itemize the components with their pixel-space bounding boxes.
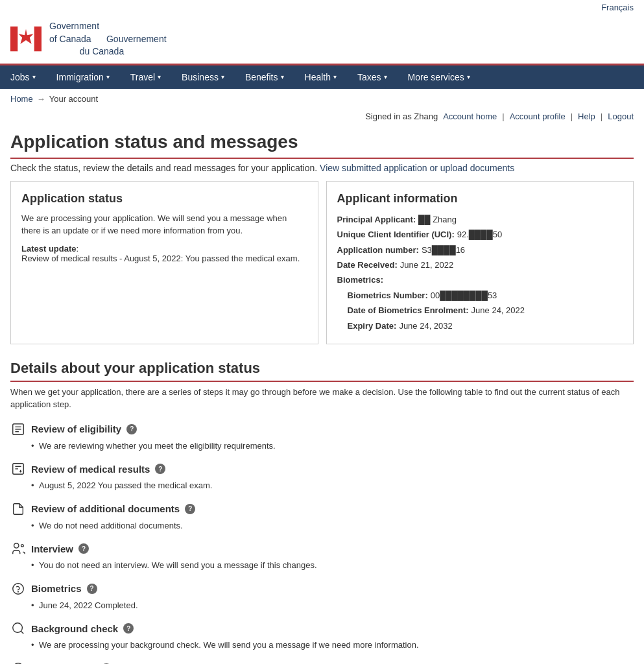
- step-documents-header: Review of additional documents ?: [10, 501, 634, 517]
- bio-expiry-value: June 24, 2032: [399, 318, 452, 333]
- step-interview-label: Interview: [31, 543, 73, 554]
- step-final: Final decision ? Your application was ap…: [10, 661, 634, 664]
- nav-benefits[interactable]: Benefits ▾: [235, 65, 294, 89]
- step-background-header: Background check ?: [10, 621, 634, 636]
- bio-number-label: Biometrics Number:: [348, 288, 428, 303]
- details-section-desc: When we get your application, there are …: [10, 386, 634, 411]
- biometrics-section-header: Biometrics:: [337, 272, 623, 287]
- nav-taxes[interactable]: Taxes ▾: [347, 65, 398, 89]
- breadcrumb: Home → Your account: [0, 89, 644, 109]
- svg-point-11: [14, 543, 19, 548]
- step-documents: Review of additional documents ? We do n…: [10, 501, 634, 532]
- nav-jobs[interactable]: Jobs ▾: [0, 65, 46, 89]
- applicant-info-fields: Principal Applicant: ██ Zhang Unique Cli…: [337, 212, 623, 333]
- bio-enrolment-value: June 24, 2022: [471, 303, 525, 318]
- step-medical-bullet: August 5, 2022 You passed the medical ex…: [31, 479, 634, 492]
- biometrics-step-icon: [10, 581, 26, 597]
- final-icon: [10, 661, 26, 664]
- biometrics-details: Biometrics Number: 00████████53 Date of …: [348, 288, 623, 333]
- biometrics-label: Biometrics:: [337, 272, 384, 287]
- app-status-title: Application status: [21, 192, 307, 206]
- interview-icon: [10, 541, 26, 556]
- step-biometrics-header: Biometrics ?: [10, 581, 634, 597]
- step-eligibility: Review of eligibility ? We are reviewing…: [10, 421, 634, 453]
- signed-in-text: Signed in as Zhang: [365, 112, 438, 121]
- top-bar: Français: [0, 0, 644, 15]
- logout-link[interactable]: Logout: [608, 112, 634, 121]
- documents-icon: [10, 501, 26, 517]
- step-background-bullets: We are processing your background check.…: [31, 639, 634, 652]
- background-icon: [10, 621, 26, 636]
- medical-icon: [10, 461, 26, 477]
- bio-expiry-label: Expiry Date:: [348, 318, 397, 333]
- page-title: Application status and messages: [10, 132, 634, 159]
- latest-update: Latest update: Review of medical results…: [21, 244, 307, 263]
- site-header: Government of Canada Gouvernement du Can…: [0, 15, 644, 65]
- step-interview-bullets: You do not need an interview. We will se…: [31, 559, 634, 572]
- svg-line-16: [21, 632, 23, 634]
- account-bar: Signed in as Zhang Account home | Accoun…: [0, 109, 644, 126]
- svg-point-12: [21, 545, 24, 547]
- step-eligibility-bullets: We are reviewing whether you meet the el…: [31, 440, 634, 453]
- date-received-field: Date Received: June 21, 2022: [337, 257, 623, 272]
- lang-toggle[interactable]: Français: [601, 3, 634, 12]
- step-documents-bullets: We do not need additional documents.: [31, 519, 634, 532]
- documents-help-icon[interactable]: ?: [185, 504, 195, 514]
- bio-enrolment-field: Date of Biometrics Enrolment: June 24, 2…: [348, 303, 623, 318]
- principal-applicant-field: Principal Applicant: ██ Zhang: [337, 212, 623, 227]
- logo: Government of Canada Gouvernement du Can…: [10, 20, 167, 58]
- interview-help-icon[interactable]: ?: [78, 543, 89, 554]
- bio-number-value: 00████████53: [431, 288, 497, 303]
- main-content: Application status and messages Check th…: [0, 126, 644, 664]
- step-eligibility-bullet: We are reviewing whether you meet the el…: [31, 440, 634, 453]
- step-eligibility-header: Review of eligibility ?: [10, 421, 634, 437]
- uci-value: 92.████50: [457, 227, 502, 242]
- applicant-info-card: Applicant information Principal Applican…: [326, 181, 634, 344]
- eligibility-help-icon[interactable]: ?: [126, 424, 137, 434]
- uci-field: Unique Client Identifier (UCI): 92.████5…: [337, 227, 623, 242]
- nav-travel[interactable]: Travel ▾: [120, 65, 171, 89]
- account-profile-link[interactable]: Account profile: [510, 112, 566, 121]
- bio-number-field: Biometrics Number: 00████████53: [348, 288, 623, 303]
- canada-flag-icon: [10, 23, 42, 54]
- svg-point-15: [13, 623, 23, 633]
- app-num-value: S3████16: [422, 243, 465, 257]
- nav-health[interactable]: Health ▾: [294, 65, 347, 89]
- page-intro: Check the status, review the details and…: [10, 163, 634, 173]
- step-eligibility-label: Review of eligibility: [31, 423, 121, 434]
- gov-name: Government of Canada Gouvernement du Can…: [49, 20, 167, 58]
- latest-update-label: Latest update: [21, 244, 77, 254]
- cards-row: Application status We are processing you…: [10, 181, 634, 344]
- app-num-label: Application number:: [337, 243, 419, 257]
- step-interview: Interview ? You do not need an interview…: [10, 541, 634, 572]
- step-medical-header: Review of medical results ?: [10, 461, 634, 477]
- details-section-title: Details about your application status: [10, 360, 634, 382]
- breadcrumb-home[interactable]: Home: [10, 94, 33, 104]
- view-submitted-link[interactable]: View submitted application or upload doc…: [320, 163, 514, 173]
- background-help-icon[interactable]: ?: [123, 623, 134, 634]
- help-link[interactable]: Help: [578, 112, 595, 121]
- account-home-link[interactable]: Account home: [443, 112, 497, 121]
- app-status-body: We are processing your application. We w…: [21, 212, 307, 237]
- step-background-bullet: We are processing your background check.…: [31, 639, 634, 652]
- step-documents-label: Review of additional documents: [31, 503, 180, 514]
- latest-update-text: Review of medical results - August 5, 20…: [21, 254, 300, 263]
- breadcrumb-current: Your account: [49, 94, 98, 104]
- nav-more-services[interactable]: More services ▾: [398, 65, 481, 89]
- principal-label: Principal Applicant:: [337, 212, 416, 227]
- date-received-label: Date Received:: [337, 257, 398, 272]
- date-received-value: June 21, 2022: [400, 257, 453, 272]
- step-medical-label: Review of medical results: [31, 464, 150, 475]
- nav-immigration[interactable]: Immigration ▾: [46, 65, 120, 89]
- step-final-header: Final decision ?: [10, 661, 634, 664]
- medical-help-icon[interactable]: ?: [155, 464, 165, 474]
- step-documents-bullet: We do not need additional documents.: [31, 519, 634, 532]
- biometrics-help-icon[interactable]: ?: [87, 584, 97, 594]
- uci-label: Unique Client Identifier (UCI):: [337, 227, 455, 242]
- nav-business[interactable]: Business ▾: [171, 65, 235, 89]
- step-background: Background check ? We are processing you…: [10, 621, 634, 652]
- step-biometrics: Biometrics ? June 24, 2022 Completed.: [10, 581, 634, 612]
- step-medical: Review of medical results ? August 5, 20…: [10, 461, 634, 492]
- principal-value: ██ Zhang: [418, 212, 457, 227]
- eligibility-icon: [10, 421, 26, 437]
